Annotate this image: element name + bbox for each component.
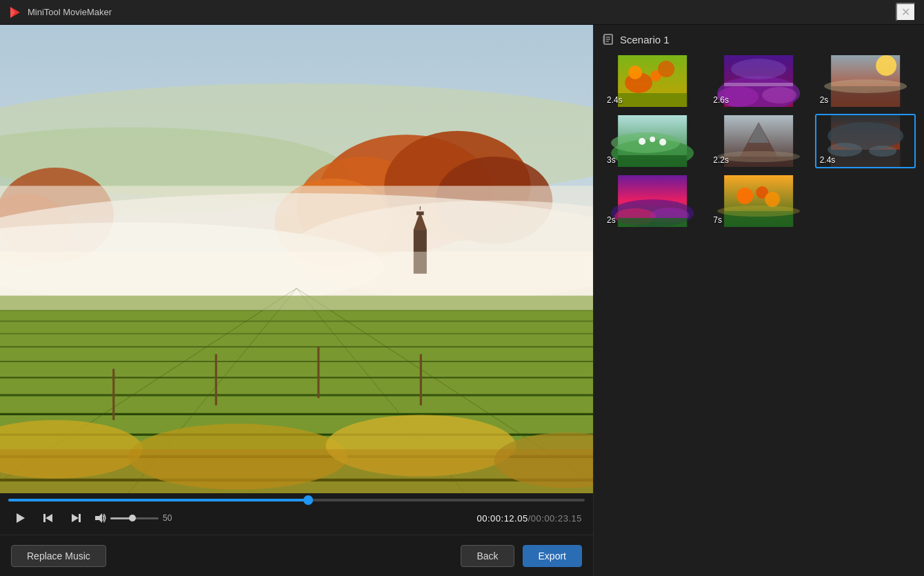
svg-point-75 — [611, 132, 680, 153]
step-back-button[interactable] — [39, 508, 58, 528]
thumbnail-label-4: 3s — [607, 155, 616, 165]
thumbnail-label-6: 2.4s — [820, 155, 836, 165]
video-background — [0, 25, 593, 493]
volume-control[interactable]: 50 — [94, 512, 177, 524]
scenario-title: Scenario 1 — [620, 34, 670, 46]
time-current: 00:00:12.05 — [477, 513, 528, 524]
thumbnail-item-7[interactable]: 2s — [602, 174, 703, 228]
svg-rect-47 — [43, 514, 46, 522]
svg-rect-44 — [0, 449, 593, 493]
svg-point-96 — [736, 188, 753, 204]
scenario-icon — [602, 33, 614, 46]
thumbnail-label-2: 2.6s — [713, 95, 729, 105]
app-logo — [8, 6, 22, 19]
svg-marker-50 — [72, 514, 79, 522]
svg-point-77 — [650, 137, 655, 142]
svg-point-84 — [717, 151, 800, 162]
thumbnail-label-7: 2s — [607, 215, 616, 225]
thumbnail-item-3[interactable]: 2s — [815, 54, 916, 108]
app-title: MiniTool MovieMaker — [28, 7, 112, 17]
right-panel: Scenario 1 2.4s 2.6s 2s — [593, 25, 924, 576]
thumbnail-label-5: 2.2s — [713, 155, 729, 165]
svg-point-61 — [658, 61, 674, 77]
progress-track[interactable] — [8, 499, 585, 501]
volume-track[interactable] — [110, 517, 159, 519]
thumbnail-item-6[interactable]: 2.4s — [815, 114, 916, 168]
thumbnail-label-1: 2.4s — [607, 95, 623, 105]
replace-music-button[interactable]: Replace Music — [11, 545, 106, 567]
thumbnail-label-3: 2s — [820, 95, 829, 105]
svg-point-98 — [765, 192, 780, 207]
svg-rect-45 — [0, 252, 593, 310]
volume-icon — [94, 512, 106, 524]
svg-point-88 — [827, 143, 862, 157]
step-forward-button[interactable] — [66, 508, 86, 528]
svg-point-89 — [869, 146, 896, 157]
progress-thumb[interactable] — [303, 495, 313, 505]
bottom-bar: Replace Music Back Export — [0, 535, 593, 576]
svg-point-100 — [717, 206, 800, 217]
svg-marker-51 — [95, 513, 102, 523]
svg-point-66 — [762, 87, 796, 103]
back-button[interactable]: Back — [461, 545, 514, 567]
main-layout: 50 00:00:12.05/00:00:23.15 Replace Music… — [0, 25, 924, 576]
close-button[interactable]: ✕ — [896, 3, 916, 21]
titlebar-left: MiniTool MovieMaker — [8, 6, 112, 19]
left-panel: 50 00:00:12.05/00:00:23.15 Replace Music… — [0, 25, 593, 576]
progress-area[interactable] — [0, 493, 593, 501]
svg-point-68 — [731, 59, 786, 79]
svg-rect-56 — [603, 36, 605, 43]
thumbnail-item-8[interactable]: 7s — [708, 174, 809, 228]
svg-rect-49 — [79, 514, 81, 522]
thumbnail-item-2[interactable]: 2.6s — [708, 54, 809, 108]
svg-point-72 — [824, 79, 907, 93]
time-total: 00:00:23.15 — [531, 513, 582, 524]
svg-point-59 — [628, 66, 642, 79]
controls-bar: 50 00:00:12.05/00:00:23.15 — [0, 501, 593, 535]
svg-rect-62 — [618, 93, 687, 107]
play-button[interactable] — [11, 508, 30, 528]
thumbnail-label-8: 7s — [713, 215, 722, 225]
svg-rect-67 — [724, 83, 793, 86]
svg-rect-18 — [416, 212, 424, 215]
thumbnail-item-5[interactable]: 2.2s — [708, 114, 809, 168]
progress-fill — [8, 499, 308, 501]
svg-point-76 — [639, 138, 645, 145]
svg-point-70 — [876, 55, 896, 76]
titlebar: MiniTool MovieMaker ✕ — [0, 0, 924, 25]
volume-value: 50 — [163, 513, 177, 523]
thumbnail-item-1[interactable]: 2.4s — [602, 54, 703, 108]
thumbnails-grid: 2.4s 2.6s 2s 3s — [602, 54, 916, 228]
svg-rect-79 — [618, 155, 687, 167]
bottom-right-buttons: Back Export — [461, 545, 582, 567]
svg-point-78 — [659, 139, 666, 146]
volume-thumb[interactable] — [129, 515, 136, 522]
svg-marker-46 — [17, 513, 25, 523]
thumbnail-item-4[interactable]: 3s — [602, 114, 703, 168]
svg-marker-48 — [46, 514, 52, 522]
svg-rect-94 — [618, 218, 687, 227]
time-display: 00:00:12.05/00:00:23.15 — [477, 513, 583, 524]
video-area — [0, 25, 593, 493]
export-button[interactable]: Export — [523, 545, 582, 567]
scenario-header: Scenario 1 — [602, 33, 916, 46]
